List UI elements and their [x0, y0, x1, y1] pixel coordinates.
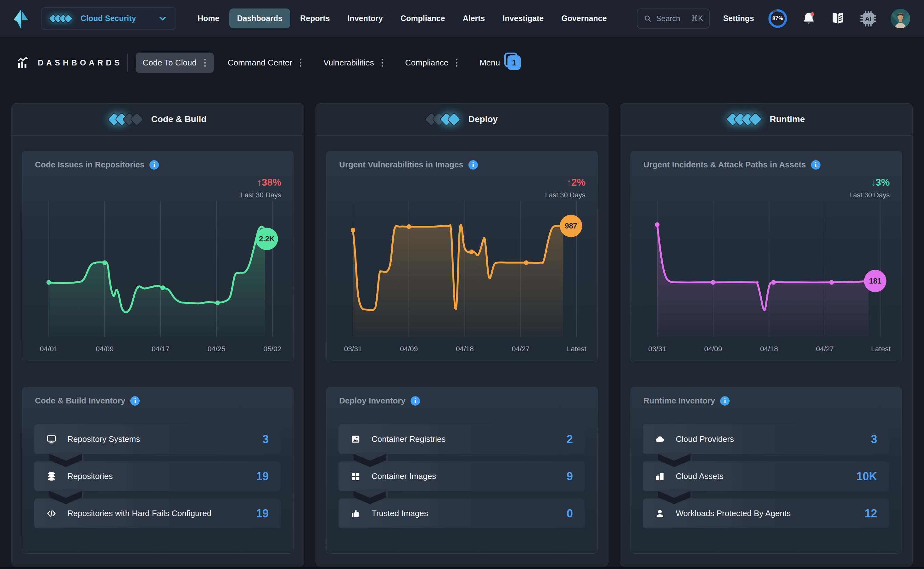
inventory-title: Deploy Inventory [339, 396, 406, 406]
chart-trend: ↑38% Last 30 Days [241, 177, 281, 199]
nav-item-compliance[interactable]: Compliance [393, 9, 453, 28]
row-count: 19 [256, 470, 269, 483]
info-icon[interactable]: i [130, 396, 140, 406]
trend-arrow-icon: ↑ [567, 177, 571, 188]
inventory-row-trusted-images[interactable]: Trusted Images 0 [339, 499, 585, 528]
inventory-row-cloud-assets[interactable]: Cloud Assets 10K [643, 461, 889, 491]
notifications-button[interactable] [801, 11, 816, 26]
product-label: Cloud Security [81, 14, 136, 23]
tab-compliance[interactable]: Compliance [398, 53, 466, 73]
runtime-inventory-card: Runtime Inventory i Cloud Providers 3 [631, 387, 902, 554]
info-icon[interactable]: i [811, 160, 821, 170]
product-diamonds-icon [50, 15, 72, 22]
urgent-incidents-chart-card: 03/3104/0904/1804/27Latest181 Urgent Inc… [631, 151, 902, 362]
tab-vulnerabilities[interactable]: Vulnerabilities [316, 53, 391, 73]
trend-period: Last 30 Days [545, 191, 585, 199]
deploy-inventory-card: Deploy Inventory i Container Registries … [326, 387, 598, 554]
inventory-row-cloud-providers[interactable]: Cloud Providers 3 [643, 424, 889, 454]
svg-text:2.2K: 2.2K [259, 235, 275, 243]
documentation-button[interactable] [830, 11, 846, 26]
code-issues-chart-card: 04/0104/0904/1704/2505/022.2K Code Issue… [22, 151, 293, 362]
chart-trend: ↑2% Last 30 Days [545, 177, 585, 199]
chart-title: Code Issues in Repositories [35, 160, 144, 170]
dashboards-bar: DASHBOARDS Code To Cloud Command Center … [0, 37, 924, 88]
inventory-row-hard-fails[interactable]: Repositories with Hard Fails Configured … [34, 499, 281, 528]
svg-text:03/31: 03/31 [648, 345, 666, 353]
tab-command-center[interactable]: Command Center [221, 53, 310, 73]
trend-arrow-icon: ↓ [871, 177, 876, 188]
code-build-inventory-card: Code & Build Inventory i Repository Syst… [22, 387, 293, 554]
urgent-vulnerabilities-chart-card: 03/3104/0904/1804/27Latest987 Urgent Vul… [326, 151, 598, 362]
inventory-title: Runtime Inventory [643, 396, 715, 406]
panel-title: Runtime [770, 114, 805, 124]
svg-text:04/09: 04/09 [96, 345, 114, 353]
nav-item-alerts[interactable]: Alerts [455, 9, 493, 28]
chart-title: Urgent Vulnerabilities in Images [339, 160, 464, 170]
dashboards-title: DASHBOARDS [38, 58, 122, 67]
panel-title: Deploy [468, 114, 498, 124]
row-count: 3 [262, 433, 269, 446]
menu-count-badge: 1 [508, 55, 521, 70]
svg-text:04/27: 04/27 [512, 345, 530, 353]
info-icon[interactable]: i [468, 160, 478, 170]
svg-text:04/09: 04/09 [704, 345, 722, 353]
info-icon[interactable]: i [410, 396, 420, 406]
stage-diamond [447, 112, 461, 126]
inventory-row-repository-systems[interactable]: Repository Systems 3 [34, 424, 281, 454]
code-to-cloud-panels: Code & Build 04/0104/0904/1704/2505/022.… [0, 88, 924, 566]
nav-item-inventory[interactable]: Inventory [340, 9, 391, 28]
repositories-icon [46, 471, 57, 482]
search-input[interactable] [656, 14, 687, 23]
health-score-ring[interactable]: 87% [767, 8, 788, 29]
settings-button[interactable]: Settings [723, 14, 754, 23]
trusted-images-icon [351, 508, 361, 519]
svg-text:04/09: 04/09 [400, 345, 418, 353]
product-switcher[interactable]: Cloud Security [41, 7, 176, 30]
aqua-logo-icon [11, 7, 29, 30]
cloud-assets-icon [655, 471, 665, 482]
container-registries-icon [351, 434, 361, 444]
info-icon[interactable]: i [149, 160, 159, 170]
tab-kebab-icon[interactable] [203, 58, 207, 68]
nav-item-governance[interactable]: Governance [554, 9, 614, 28]
inventory-row-workloads-protected[interactable]: Workloads Protected By Agents 12 [643, 499, 889, 528]
svg-text:04/18: 04/18 [760, 345, 778, 353]
nav-item-dashboards[interactable]: Dashboards [229, 9, 290, 28]
panel-header: Deploy [316, 103, 608, 135]
inventory-row-repositories[interactable]: Repositories 19 [34, 461, 281, 491]
trend-period: Last 30 Days [850, 191, 890, 199]
svg-text:04/17: 04/17 [152, 345, 170, 353]
panel-title: Code & Build [151, 114, 207, 124]
nav-item-investigate[interactable]: Investigate [495, 9, 552, 28]
search-box[interactable]: ⌘K [637, 9, 710, 29]
dashboards-icon [16, 56, 30, 69]
inventory-row-container-images[interactable]: Container Images 9 [339, 461, 585, 491]
panel-header: Code & Build [12, 103, 304, 135]
inventory-row-container-registries[interactable]: Container Registries 2 [339, 424, 585, 454]
info-icon[interactable]: i [720, 396, 729, 406]
row-count: 3 [871, 433, 877, 446]
nav-item-reports[interactable]: Reports [293, 9, 337, 28]
tab-code-to-cloud[interactable]: Code To Cloud [135, 53, 214, 73]
svg-text:Latest: Latest [871, 345, 891, 353]
cloud-providers-icon [655, 434, 665, 444]
workloads-protected-icon [655, 508, 665, 519]
notification-dot [810, 12, 814, 16]
chart-trend: ↓3% Last 30 Days [850, 177, 890, 199]
menu-button[interactable]: Menu 1 [473, 50, 527, 75]
ai-assistant-button[interactable]: AI [859, 9, 877, 28]
user-avatar[interactable] [891, 9, 910, 28]
search-icon [644, 14, 652, 23]
tab-kebab-icon[interactable] [380, 58, 384, 68]
tab-kebab-icon[interactable] [299, 58, 302, 68]
tab-kebab-icon[interactable] [454, 58, 459, 68]
row-count: 12 [865, 507, 877, 520]
svg-text:04/18: 04/18 [456, 345, 474, 353]
nav-item-home[interactable]: Home [190, 9, 227, 28]
panel-deploy: Deploy 03/3104/0904/1804/27Latest987 Urg… [316, 103, 608, 566]
container-images-icon [351, 471, 361, 482]
row-count: 10K [856, 470, 877, 483]
chevron-down-icon [158, 14, 167, 23]
svg-text:05/02: 05/02 [263, 345, 281, 353]
top-nav: Cloud Security Home Dashboards Reports I… [0, 0, 924, 37]
